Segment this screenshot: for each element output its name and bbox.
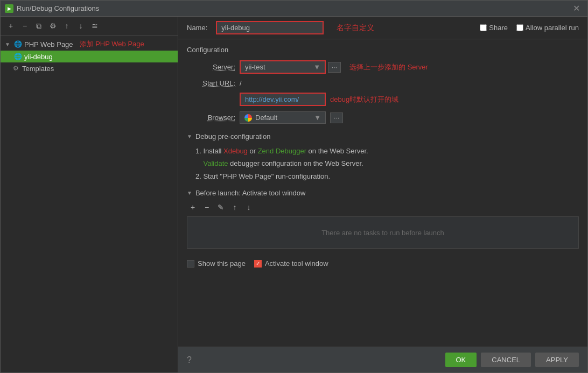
debug-step1: 1. Install Xdebug or Zend Debugger on th… xyxy=(195,145,579,157)
zend-link[interactable]: Zend Debugger xyxy=(258,147,306,155)
step1-suffix: on the Web Server. xyxy=(306,147,368,155)
debug-expand-arrow: ▼ xyxy=(187,133,192,139)
launch-up-button[interactable]: ↑ xyxy=(229,201,241,213)
chrome-icon xyxy=(244,114,252,122)
remove-config-button[interactable]: − xyxy=(19,20,31,32)
debug-step1b: Validate debugger configuration on the W… xyxy=(195,157,579,170)
allow-parallel-label: Allow parallel run xyxy=(526,24,579,32)
sidebar: + − ⧉ ⚙ ↑ ↓ ≅ ▼ 🌐 PHP Web Page 添加 PHP We… xyxy=(1,17,178,372)
sort-button[interactable]: ≅ xyxy=(89,20,101,32)
show-page-checkbox[interactable] xyxy=(187,260,194,268)
move-down-button[interactable]: ↓ xyxy=(75,20,87,32)
php-web-page-label: PHP Web Page xyxy=(24,40,73,48)
chevron-down-icon: ▼ xyxy=(313,63,320,71)
run-debug-dialog: ▶ Run/Debug Configurations ✕ + − ⧉ ⚙ ↑ ↓… xyxy=(0,0,588,373)
server-select[interactable]: yii-test ▼ xyxy=(240,60,326,74)
step1b-text: debugger configuration on the Web Server… xyxy=(228,159,363,167)
before-launch-arrow: ▼ xyxy=(187,190,192,196)
yii-debug-label: yii-debug xyxy=(24,53,53,61)
allow-parallel-checkbox[interactable] xyxy=(516,24,523,31)
browser-more-button[interactable]: ··· xyxy=(330,112,343,123)
url-annotation: debug时默认打开的域 xyxy=(330,95,398,104)
templates-label: Templates xyxy=(22,65,54,73)
apply-button[interactable]: APPLY xyxy=(535,353,579,367)
sidebar-toolbar: + − ⧉ ⚙ ↑ ↓ ≅ xyxy=(1,17,178,36)
php-child-icon: 🌐 xyxy=(13,52,22,61)
share-checkbox-label[interactable]: Share xyxy=(480,24,508,32)
share-label: Share xyxy=(489,24,508,32)
launch-add-button[interactable]: + xyxy=(187,201,199,213)
settings-config-button[interactable]: ⚙ xyxy=(47,20,59,32)
activate-tool-label: Activate tool window xyxy=(265,259,328,268)
server-value: yii-test xyxy=(245,63,265,71)
expand-arrow: ▼ xyxy=(5,41,11,47)
url-input[interactable] xyxy=(240,93,326,106)
debug-preconfiguration-section: ▼ Debug pre-configuration 1. Install Xde… xyxy=(187,132,579,182)
name-annotation: 名字自定义 xyxy=(337,23,374,33)
server-more-button[interactable]: ··· xyxy=(328,62,341,73)
help-icon[interactable]: ? xyxy=(187,355,192,365)
tasks-empty-area: There are no tasks to run before launch xyxy=(187,216,579,249)
activate-tool-checkbox[interactable] xyxy=(254,260,262,268)
before-launch-title: Before launch: Activate tool window xyxy=(195,189,306,197)
copy-config-button[interactable]: ⧉ xyxy=(33,20,45,32)
step1-prefix: 1. Install xyxy=(195,147,223,155)
validate-link[interactable]: Validate xyxy=(203,159,228,167)
share-options: Share Allow parallel run xyxy=(480,24,579,32)
tree-item-templates[interactable]: ⚙ Templates xyxy=(1,62,178,74)
dialog-footer: ? OK CANCEL APPLY xyxy=(178,347,587,372)
xdebug-link[interactable]: Xdebug xyxy=(223,147,248,155)
config-section: Configuration Server: yii-test ▼ ··· 选择上… xyxy=(178,39,587,347)
name-field-label: Name: xyxy=(187,24,207,32)
start-url-label: Start URL: xyxy=(187,79,235,87)
close-button[interactable]: ✕ xyxy=(570,2,583,15)
title-bar: ▶ Run/Debug Configurations ✕ xyxy=(1,1,587,17)
debug-preconfiguration-header[interactable]: ▼ Debug pre-configuration xyxy=(187,132,579,140)
launch-edit-button[interactable]: ✎ xyxy=(215,201,227,213)
debug-preconfiguration-title: Debug pre-configuration xyxy=(195,132,270,140)
server-input-wrapper: yii-test ▼ ··· xyxy=(240,60,341,74)
configuration-title: Configuration xyxy=(187,46,579,54)
config-tree: ▼ 🌐 PHP Web Page 添加 PHP Web Page 🌐 yii-d… xyxy=(1,36,178,206)
app-icon: ▶ xyxy=(5,4,13,13)
browser-row: Browser: Default ▼ ··· xyxy=(187,111,579,124)
templates-gear-icon: ⚙ xyxy=(11,64,20,73)
server-label: Server: xyxy=(187,63,235,71)
ok-button[interactable]: OK xyxy=(445,353,477,367)
debug-step2: 2. Start "PHP Web Page" run-configuratio… xyxy=(195,170,579,182)
server-annotation: 选择上一步添加的 Server xyxy=(349,62,428,72)
before-launch-header[interactable]: ▼ Before launch: Activate tool window xyxy=(187,189,579,197)
start-url-slash: / xyxy=(240,79,242,87)
tree-item-yii-debug[interactable]: 🌐 yii-debug xyxy=(1,51,178,62)
allow-parallel-checkbox-label[interactable]: Allow parallel run xyxy=(516,24,579,32)
start-url-row: Start URL: / xyxy=(187,79,579,87)
name-row: Name: 名字自定义 Share Allow parallel run xyxy=(178,17,587,39)
launch-down-button[interactable]: ↓ xyxy=(243,201,255,213)
browser-select[interactable]: Default ▼ xyxy=(240,111,326,124)
name-input[interactable] xyxy=(216,21,324,34)
tree-item-php-web-page[interactable]: ▼ 🌐 PHP Web Page 添加 PHP Web Page xyxy=(1,38,178,51)
add-config-button[interactable]: + xyxy=(5,20,17,32)
right-panel: Name: 名字自定义 Share Allow parallel run Con… xyxy=(178,17,587,372)
launch-remove-button[interactable]: − xyxy=(201,201,213,213)
php-icon: 🌐 xyxy=(13,40,22,48)
share-checkbox[interactable] xyxy=(480,24,487,31)
show-page-checkbox-item[interactable]: Show this page xyxy=(187,259,246,268)
browser-value: Default xyxy=(255,114,277,122)
main-content: + − ⧉ ⚙ ↑ ↓ ≅ ▼ 🌐 PHP Web Page 添加 PHP We… xyxy=(1,17,587,372)
sidebar-empty xyxy=(1,206,178,372)
window-title: Run/Debug Configurations xyxy=(17,4,570,12)
show-page-label: Show this page xyxy=(198,259,246,268)
browser-chevron-icon: ▼ xyxy=(314,114,321,122)
activate-tool-checkbox-item[interactable]: Activate tool window xyxy=(254,259,328,268)
move-up-button[interactable]: ↑ xyxy=(61,20,73,32)
before-launch-section: ▼ Before launch: Activate tool window + … xyxy=(187,189,579,272)
bottom-checkboxes: Show this page Activate tool window xyxy=(187,255,579,272)
cancel-button[interactable]: CANCEL xyxy=(481,353,531,367)
no-tasks-message: There are no tasks to run before launch xyxy=(321,229,444,237)
add-php-annotation: 添加 PHP Web Page xyxy=(80,39,144,49)
step1-or: or xyxy=(248,147,258,155)
url-input-row: debug时默认打开的域 xyxy=(240,93,579,106)
server-row: Server: yii-test ▼ ··· 选择上一步添加的 Server xyxy=(187,60,579,74)
launch-toolbar: + − ✎ ↑ ↓ xyxy=(187,201,579,213)
